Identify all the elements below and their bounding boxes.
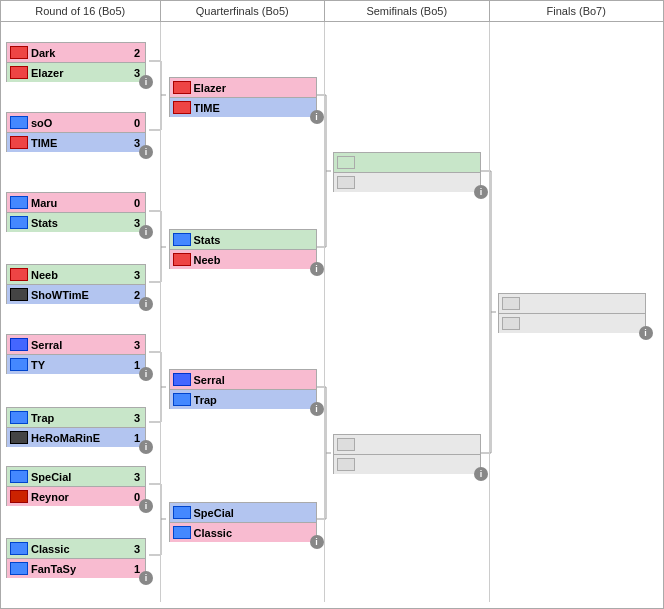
qf-m4-info[interactable]: i <box>310 535 324 549</box>
r16-m7-t2-name: Reynor <box>31 491 129 503</box>
r16-m1-info[interactable]: i <box>139 75 153 89</box>
bracket-container: Round of 16 (Bo5) Quarterfinals (Bo5) Se… <box>0 0 664 609</box>
r16-m3-team2: Stats 3 <box>6 212 146 232</box>
qf-m3-t1-name: Serral <box>194 374 300 386</box>
flag-reynor <box>10 490 28 503</box>
qf-match-3: Serral Trap i <box>169 369 317 409</box>
r16-match-8: Classic 3 FanTaSy 1 i <box>6 538 146 578</box>
qf-m3-team1: Serral <box>169 369 317 389</box>
f-team2 <box>498 313 646 333</box>
qf-m4-team2: Classic <box>169 522 317 542</box>
r16-m7-info[interactable]: i <box>139 499 153 513</box>
qf-m2-t1-name: Stats <box>194 234 300 246</box>
r16-m3-t1-name: Maru <box>31 197 129 209</box>
qf-flag-special <box>173 506 191 519</box>
r16-m4-t1-score: 3 <box>129 269 145 281</box>
flag-showtime <box>10 288 28 301</box>
r16-m8-info[interactable]: i <box>139 571 153 585</box>
r16-m4-team1: Neeb 3 <box>6 264 146 284</box>
qf-m4-t1-name: SpeCial <box>194 507 300 519</box>
flag-serral <box>10 338 28 351</box>
r16-column: Dark 2 Elazer 3 i soO 0 <box>1 22 161 602</box>
r16-m2-t1-score: 0 <box>129 117 145 129</box>
r16-m8-t1-name: Classic <box>31 543 129 555</box>
sf-m2-team1 <box>333 434 481 454</box>
sf-match-1: i <box>333 152 481 192</box>
r16-m2-team2: TIME 3 <box>6 132 146 152</box>
r16-m8-t2-name: FanTaSy <box>31 563 129 575</box>
qf-m2-team1: Stats <box>169 229 317 249</box>
header-sf: Semifinals (Bo5) <box>325 1 490 21</box>
r16-match-1: Dark 2 Elazer 3 i <box>6 42 146 82</box>
r16-m7-t1-name: SpeCial <box>31 471 129 483</box>
qf-m2-info[interactable]: i <box>310 262 324 276</box>
sf-m2-flag-t2 <box>337 458 355 471</box>
r16-m4-info[interactable]: i <box>139 297 153 311</box>
qf-flag-classic <box>173 526 191 539</box>
r16-m3-team1: Maru 0 <box>6 192 146 212</box>
r16-m5-info[interactable]: i <box>139 367 153 381</box>
flag-elazer <box>10 66 28 79</box>
flag-heromarine <box>10 431 28 444</box>
column-headers: Round of 16 (Bo5) Quarterfinals (Bo5) Se… <box>1 1 663 22</box>
r16-m6-info[interactable]: i <box>139 440 153 454</box>
sf-flag-t1 <box>337 156 355 169</box>
flag-maru <box>10 196 28 209</box>
r16-m4-team2: ShoWTimE 2 <box>6 284 146 304</box>
sf-column: i i <box>325 22 490 602</box>
qf-m1-t2-name: TIME <box>194 102 300 114</box>
qf-m3-info[interactable]: i <box>310 402 324 416</box>
r16-match-2: soO 0 TIME 3 i <box>6 112 146 152</box>
r16-m5-t2-name: TY <box>31 359 129 371</box>
r16-m2-team1: soO 0 <box>6 112 146 132</box>
qf-flag-neeb <box>173 253 191 266</box>
flag-classic <box>10 542 28 555</box>
r16-m1-t2-name: Elazer <box>31 67 129 79</box>
sf-flag-t2 <box>337 176 355 189</box>
flag-fantasy <box>10 562 28 575</box>
sf-m1-info[interactable]: i <box>474 185 488 199</box>
flag-special <box>10 470 28 483</box>
qf-match-1: Elazer TIME i <box>169 77 317 117</box>
finals-column: i <box>490 22 663 602</box>
r16-m5-team1: Serral 3 <box>6 334 146 354</box>
r16-match-7: SpeCial 3 Reynor 0 i <box>6 466 146 506</box>
r16-m3-t1-score: 0 <box>129 197 145 209</box>
r16-m6-team2: HeRoMaRinE 1 <box>6 427 146 447</box>
qf-m1-t1-name: Elazer <box>194 82 300 94</box>
r16-m1-team2: Elazer 3 <box>6 62 146 82</box>
header-qf: Quarterfinals (Bo5) <box>161 1 326 21</box>
r16-m3-t2-name: Stats <box>31 217 129 229</box>
r16-m2-info[interactable]: i <box>139 145 153 159</box>
qf-flag-time <box>173 101 191 114</box>
r16-m1-team1: Dark 2 <box>6 42 146 62</box>
qf-column: Elazer TIME i Stats <box>161 22 326 602</box>
sf-m2-info[interactable]: i <box>474 467 488 481</box>
flag-dark <box>10 46 28 59</box>
r16-match-3: Maru 0 Stats 3 i <box>6 192 146 232</box>
f-info[interactable]: i <box>639 326 653 340</box>
r16-m7-t1-score: 3 <box>129 471 145 483</box>
r16-m3-info[interactable]: i <box>139 225 153 239</box>
qf-flag-elazer <box>173 81 191 94</box>
f-team1 <box>498 293 646 313</box>
r16-m1-t1-name: Dark <box>31 47 129 59</box>
qf-m3-t2-name: Trap <box>194 394 300 406</box>
flag-soo <box>10 116 28 129</box>
r16-m8-t1-score: 3 <box>129 543 145 555</box>
qf-m1-info[interactable]: i <box>310 110 324 124</box>
r16-match-4: Neeb 3 ShoWTimE 2 i <box>6 264 146 304</box>
f-flag-t1 <box>502 297 520 310</box>
qf-match-2: Stats Neeb i <box>169 229 317 269</box>
flag-time <box>10 136 28 149</box>
r16-m5-t1-name: Serral <box>31 339 129 351</box>
qf-m1-team1: Elazer <box>169 77 317 97</box>
flag-neeb <box>10 268 28 281</box>
r16-m5-team2: TY 1 <box>6 354 146 374</box>
r16-m4-t2-name: ShoWTimE <box>31 289 129 301</box>
finals-match: i <box>498 293 646 333</box>
sf-m1-team1 <box>333 152 481 172</box>
r16-m6-team1: Trap 3 <box>6 407 146 427</box>
qf-m3-team2: Trap <box>169 389 317 409</box>
f-flag-t2 <box>502 317 520 330</box>
